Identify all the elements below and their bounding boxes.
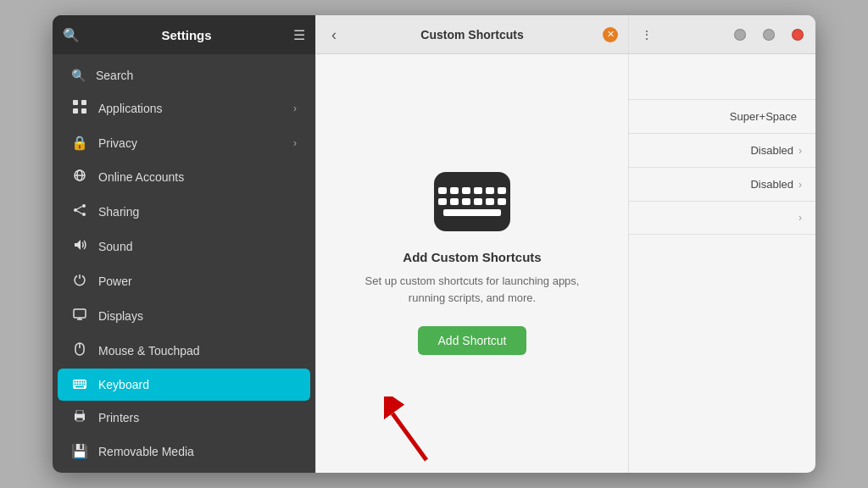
main-window: 🔍 Settings ☰ 🔍 Search App: [53, 15, 815, 473]
right-item-empty-1: [629, 63, 815, 100]
shortcuts-panel: ‹ Custom Shortcuts ✕: [315, 15, 629, 473]
chevron-icon: ›: [798, 145, 802, 157]
svg-rect-21: [82, 381, 84, 383]
settings-list: 🔍 Search Applications › 🔒: [53, 54, 315, 473]
right-item-disabled-2[interactable]: Disabled ›: [629, 168, 815, 202]
sidebar-label-sharing: Sharing: [98, 205, 297, 219]
shortcut-value-disabled-1: Disabled: [750, 144, 793, 157]
sidebar-label-power: Power: [98, 274, 297, 288]
sidebar-item-mouse[interactable]: Mouse & Touchpad: [58, 334, 310, 368]
svg-rect-30: [76, 410, 83, 414]
sidebar-label-sound: Sound: [98, 240, 297, 253]
online-accounts-icon: [71, 169, 88, 186]
sidebar-item-online-accounts[interactable]: Online Accounts: [58, 160, 310, 194]
svg-line-10: [75, 207, 82, 211]
svg-rect-1: [81, 100, 86, 105]
right-item-empty-2[interactable]: ›: [629, 202, 815, 235]
shortcuts-content: Add Custom Shortcuts Set up custom short…: [316, 54, 628, 473]
keyboard-icon: [71, 377, 88, 392]
shortcuts-header: ‹ Custom Shortcuts ✕: [316, 15, 628, 54]
sidebar-label-removable: Removable Media: [98, 445, 297, 458]
sidebar-label-applications: Applications: [98, 102, 283, 115]
minimize-button[interactable]: [734, 29, 746, 41]
search-icon: 🔍: [71, 69, 86, 82]
sidebar-label-online-accounts: Online Accounts: [98, 170, 297, 184]
red-arrow-svg: [384, 396, 452, 464]
arrow-icon: ›: [293, 137, 297, 149]
applications-icon: [71, 100, 88, 117]
shortcuts-title: Custom Shortcuts: [348, 28, 596, 42]
svg-rect-0: [73, 100, 78, 105]
svg-rect-18: [75, 381, 76, 383]
shortcut-value-disabled-2: Disabled: [750, 178, 793, 191]
svg-rect-28: [75, 386, 84, 388]
sidebar-item-printers[interactable]: Printers: [58, 402, 310, 434]
svg-rect-19: [77, 381, 79, 383]
removable-icon: 💾: [71, 443, 88, 459]
right-panel: ⋮ Super+Space Disabled › Disabled › ›: [629, 15, 815, 473]
sidebar-item-sharing[interactable]: Sharing: [58, 195, 310, 229]
sidebar-item-displays[interactable]: Displays: [58, 299, 310, 333]
displays-icon: [71, 308, 88, 324]
power-icon: [71, 273, 88, 290]
sidebar-label-mouse: Mouse & Touchpad: [98, 344, 297, 358]
svg-rect-2: [73, 108, 78, 114]
svg-point-7: [82, 204, 86, 208]
close-button[interactable]: ✕: [603, 27, 618, 42]
settings-header: 🔍 Settings ☰: [53, 15, 315, 54]
right-item-disabled-1[interactable]: Disabled ›: [629, 134, 815, 168]
settings-sidebar: 🔍 Settings ☰ 🔍 Search App: [53, 15, 315, 473]
arrow-icon: ›: [293, 103, 297, 114]
sidebar-label-keyboard: Keyboard: [98, 378, 297, 391]
svg-line-11: [75, 210, 82, 214]
svg-rect-22: [84, 381, 86, 383]
sidebar-item-keyboard[interactable]: Keyboard: [58, 369, 310, 401]
sidebar-item-removable[interactable]: 💾 Removable Media: [58, 435, 310, 468]
sidebar-item-search[interactable]: 🔍 Search: [58, 60, 310, 91]
maximize-button[interactable]: [763, 29, 775, 41]
svg-rect-27: [84, 384, 86, 385]
svg-rect-23: [75, 384, 76, 385]
sidebar-label-displays: Displays: [98, 309, 297, 323]
svg-rect-12: [74, 309, 86, 318]
printer-icon: [71, 410, 88, 425]
shortcuts-heading: Add Custom Shortcuts: [403, 250, 541, 264]
sidebar-item-sound[interactable]: Sound: [58, 230, 310, 263]
sidebar-item-power[interactable]: Power: [58, 264, 310, 298]
sidebar-label-privacy: Privacy: [98, 136, 283, 150]
keyboard-illustration: [434, 172, 510, 231]
chevron-icon: ›: [798, 212, 802, 224]
sharing-icon: [71, 203, 88, 220]
sidebar-item-color[interactable]: 🎨 Color: [58, 469, 310, 473]
svg-rect-3: [81, 108, 86, 114]
sidebar-item-applications[interactable]: Applications ›: [58, 92, 310, 125]
privacy-icon: 🔒: [71, 135, 88, 151]
sidebar-item-label: Search: [96, 69, 133, 82]
back-button[interactable]: ‹: [326, 25, 342, 44]
hamburger-icon[interactable]: ☰: [293, 27, 305, 43]
right-item-super-space[interactable]: Super+Space: [629, 100, 815, 134]
shortcut-value: Super+Space: [730, 110, 797, 123]
right-header: ⋮: [629, 15, 815, 54]
svg-rect-26: [82, 384, 84, 385]
header-search-icon[interactable]: 🔍: [63, 27, 80, 43]
svg-point-9: [82, 213, 86, 216]
shortcuts-description: Set up custom shortcuts for launching ap…: [350, 273, 594, 306]
svg-rect-25: [80, 384, 81, 385]
svg-rect-20: [80, 381, 81, 383]
more-options-icon[interactable]: ⋮: [641, 28, 653, 42]
add-shortcut-button[interactable]: Add Shortcut: [418, 326, 527, 355]
sidebar-label-printers: Printers: [98, 411, 297, 424]
svg-rect-24: [77, 384, 79, 385]
settings-title: Settings: [88, 28, 285, 42]
svg-rect-31: [76, 418, 83, 421]
mouse-icon: [71, 342, 88, 359]
close-icon: ✕: [607, 29, 615, 40]
close-window-button[interactable]: [792, 29, 804, 41]
right-shortcuts-list: Super+Space Disabled › Disabled › ›: [629, 54, 815, 473]
sidebar-item-privacy[interactable]: 🔒 Privacy ›: [58, 126, 310, 159]
svg-line-33: [392, 413, 426, 460]
sound-icon: [71, 238, 88, 255]
chevron-icon: ›: [798, 179, 802, 191]
